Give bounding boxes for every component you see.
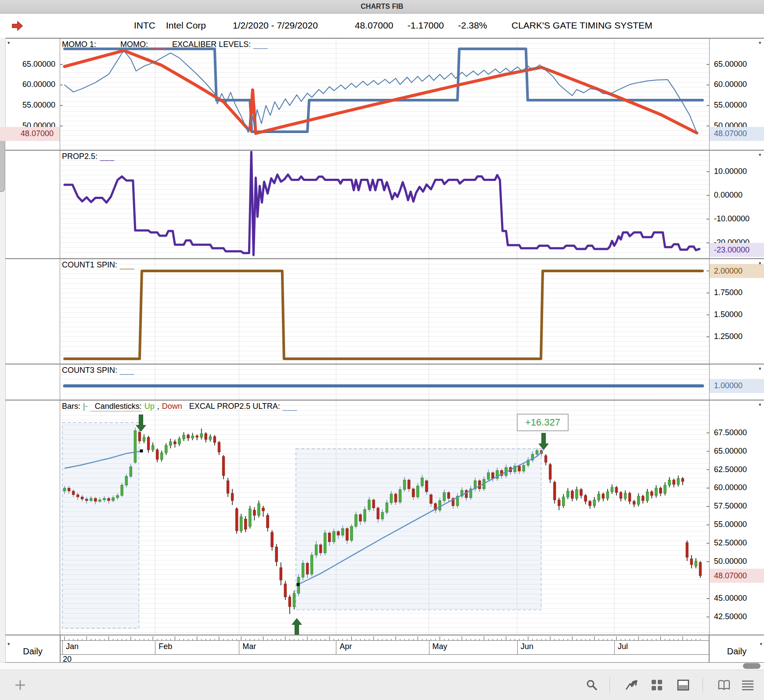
legend-item: EXCALIBER LEVELS: — [168, 40, 251, 49]
legend-price: Bars:|- Candlesticks:Up,Down EXCAL PROP2… — [62, 402, 297, 411]
axis-tick-label: 52.50000 — [714, 538, 747, 548]
legend-item: |- — [83, 402, 88, 411]
axis-tick-label: 55.00000 — [4, 101, 55, 110]
legend-item: COUNT3 SPIN: — [62, 366, 117, 375]
value-badge-count3: 1.00000 — [710, 379, 764, 393]
x-axis-tick-strip — [60, 635, 709, 640]
drawer-handle[interactable] — [0, 140, 5, 192]
last-price: 48.07000 — [355, 20, 393, 31]
timeframe-selector-left[interactable]: ▾ Daily — [6, 640, 60, 662]
axis-tick-label: 62.50000 — [714, 465, 747, 474]
axis-tick-label: 60.00000 — [4, 80, 55, 89]
chevron-down-icon[interactable]: ▾ — [7, 40, 10, 45]
legend-prop25: PROP2.5:___ — [62, 152, 115, 161]
axis-tick-label: 65.00000 — [714, 60, 747, 69]
legend-item: COUNT1 SPIN: — [62, 260, 117, 270]
chevron-down-icon[interactable]: ▾ — [759, 402, 761, 407]
legend-item: Bars: — [62, 402, 80, 411]
annotation-box: +16.327 — [517, 414, 569, 431]
panel-count1[interactable] — [60, 259, 709, 364]
month-label: Jun — [521, 642, 533, 651]
axis-tick-label: 1.75000 — [714, 288, 742, 297]
legend-item: ___ — [253, 40, 268, 49]
value-badge-momo: 48.07000 — [0, 127, 60, 141]
red-arrow-icon[interactable] — [11, 19, 24, 34]
legend-item: EXCAL PROP2.5 ULTRA: — [185, 402, 280, 411]
axis-tick-label: 60.00000 — [714, 80, 747, 89]
price-change: -1.17000 — [407, 20, 444, 31]
legend-item: ___ — [99, 40, 113, 49]
panel-price[interactable] — [60, 401, 709, 635]
toolbar-divider — [703, 677, 703, 693]
chevron-down-icon[interactable]: ▾ — [759, 366, 761, 371]
axis-tick-label: -10.00000 — [714, 214, 750, 224]
axis-tick-label: 0.00000 — [714, 191, 742, 200]
axis-tick-label: 57.50000 — [714, 502, 747, 511]
axis-tick-label: 1.50000 — [714, 310, 742, 319]
legend-momo: MOMO 1:___ MOMO:___ EXCALIBER LEVELS:___ — [62, 40, 268, 49]
axis-tick-label: 50.00000 — [714, 557, 747, 566]
chevron-down-icon[interactable]: ▾ — [7, 642, 10, 646]
panel-count3[interactable] — [60, 364, 709, 400]
axis-tick-label: 65.00000 — [714, 447, 747, 456]
grid-view-icon[interactable] — [651, 679, 663, 691]
horizontal-scrollbar-thumb[interactable] — [743, 663, 760, 669]
chevron-down-icon[interactable]: ▾ — [759, 40, 761, 45]
toolbar-divider — [609, 677, 610, 693]
legend-item: ___ — [120, 366, 134, 375]
month-separator — [517, 640, 518, 654]
window-title-bar: CHARTS FIB — [0, 0, 764, 14]
chevron-down-icon[interactable]: ▾ — [760, 642, 762, 646]
month-row-top-border — [60, 640, 709, 641]
month-label: Feb — [159, 642, 172, 651]
axis-tick-label: 10.00000 — [714, 167, 747, 176]
percent-change: -2.38% — [458, 20, 487, 31]
legend-item: ___ — [100, 152, 115, 161]
legend-count1: COUNT1 SPIN:___ — [62, 260, 134, 270]
month-label: Jan — [66, 642, 79, 651]
legend-item: MOMO 1: — [62, 40, 96, 49]
chevron-down-icon[interactable]: ▾ — [759, 152, 761, 157]
legend-item: MOMO: — [116, 40, 148, 49]
month-label: Mar — [242, 642, 256, 651]
month-row-bottom-border — [60, 654, 709, 655]
month-label: Apr — [339, 642, 352, 651]
search-icon[interactable] — [586, 679, 598, 691]
panel-layout-icon[interactable] — [677, 679, 689, 691]
value-badge-count1: 2.00000 — [710, 264, 764, 278]
month-separator — [239, 640, 239, 654]
panel-momo[interactable] — [60, 39, 709, 150]
legend-item: ___ — [283, 402, 297, 411]
month-separator — [429, 640, 429, 654]
value-badge-prop25: -23.00000 — [710, 243, 764, 257]
axis-tick-label: 67.50000 — [714, 428, 747, 437]
axis-tick-label: 1.25000 — [714, 332, 742, 341]
timeframe-label: Daily — [23, 646, 42, 657]
legend-item: Candlesticks: — [90, 402, 142, 411]
legend-item: ___ — [120, 260, 134, 270]
quote-header: INTC Intel Corp 1/2/2020 - 7/29/2020 48.… — [0, 14, 764, 38]
panel-prop25[interactable] — [60, 151, 709, 258]
date-range: 1/2/2020 - 7/29/2020 — [233, 20, 318, 31]
legend-item: Down — [162, 402, 182, 411]
month-label: Jul — [618, 642, 628, 651]
axis-tick-label: 65.00000 — [4, 60, 55, 69]
company-name: Intel Corp — [166, 20, 206, 31]
system-name: CLARK'S GATE TIMING SYSTEM — [512, 20, 652, 31]
list-icon[interactable] — [741, 679, 753, 691]
book-icon[interactable] — [717, 679, 730, 691]
value-badge-momo: 48.07000 — [710, 127, 764, 141]
timeframe-selector-right[interactable]: ▾ Daily — [710, 640, 764, 662]
horizontal-scrollbar-track[interactable] — [0, 662, 764, 670]
line-chart-icon[interactable] — [625, 679, 638, 691]
month-separator — [336, 640, 336, 654]
window-title: CHARTS FIB — [361, 3, 404, 11]
axis-tick-label: 60.00000 — [714, 483, 747, 492]
month-separator — [614, 640, 615, 654]
axis-tick-label: 45.00000 — [714, 594, 747, 603]
legend-count3: COUNT3 SPIN:___ — [62, 366, 134, 375]
chevron-down-icon[interactable]: ▾ — [759, 261, 761, 265]
legend-item: ___ — [151, 40, 165, 49]
axis-tick-label: 55.00000 — [714, 520, 747, 529]
add-button[interactable] — [14, 679, 26, 691]
